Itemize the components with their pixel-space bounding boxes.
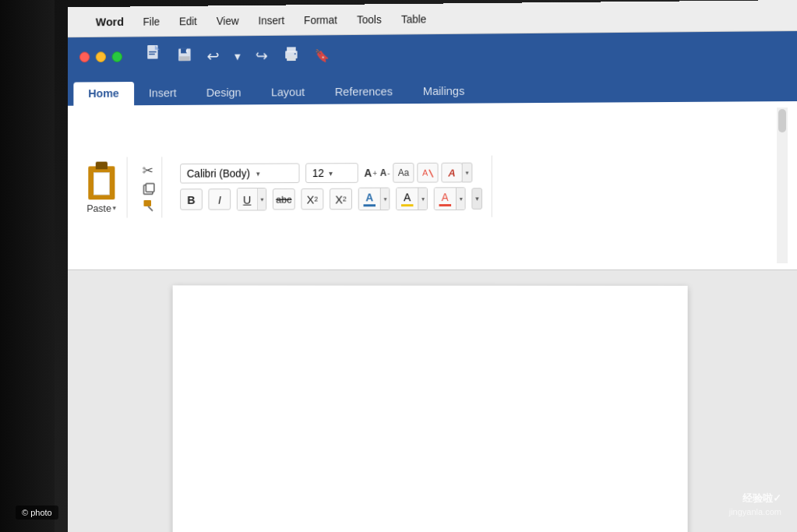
left-bezel — [0, 0, 55, 532]
text-underline-color-button[interactable]: A — [435, 188, 456, 210]
document-page[interactable] — [172, 285, 687, 532]
svg-rect-9 — [287, 47, 296, 52]
font-size-controls: A+ A- Aa A — [364, 163, 472, 183]
fullscreen-button[interactable] — [112, 51, 122, 62]
underline-button[interactable]: U — [238, 188, 257, 210]
new-document-icon[interactable] — [146, 45, 162, 68]
font-format-row: B I U ▾ abc X2 — [180, 187, 482, 210]
svg-rect-7 — [186, 49, 188, 52]
font-name-dropdown[interactable]: Calibri (Body) ▾ — [180, 163, 299, 183]
scrollbar-thumb — [778, 109, 786, 132]
highlight-color-button[interactable]: A — [397, 188, 418, 210]
paste-section: Paste ▾ — [76, 157, 127, 218]
clear-formatting-button[interactable]: A — [417, 163, 438, 183]
text-effects-dropdown[interactable]: ▾ — [462, 163, 473, 183]
menubar-edit[interactable]: Edit — [176, 13, 200, 29]
tab-insert[interactable]: Insert — [134, 81, 192, 105]
menubar-insert[interactable]: Insert — [256, 12, 287, 28]
paste-dropdown-icon[interactable]: ▾ — [113, 204, 117, 212]
svg-rect-5 — [181, 48, 187, 53]
tab-layout[interactable]: Layout — [256, 80, 320, 104]
font-scrollbar[interactable] — [777, 107, 788, 263]
font-color-dropdown[interactable]: ▾ — [380, 188, 390, 210]
svg-rect-6 — [179, 56, 189, 61]
menubar-tools[interactable]: Tools — [354, 12, 384, 27]
font-more-button[interactable]: ▾ — [471, 188, 482, 210]
watermark: 经验啦✓ jingyanla.com — [729, 491, 781, 516]
svg-rect-3 — [149, 54, 155, 55]
copy-icon — [143, 182, 156, 196]
tab-design[interactable]: Design — [192, 81, 256, 105]
font-section: Calibri (Body) ▾ 12 ▾ A+ A- — [171, 156, 492, 218]
scissors-icon: ✂ — [143, 162, 153, 179]
menubar-file[interactable]: File — [140, 13, 163, 29]
clipboard-tools: ✂ — [136, 157, 162, 217]
format-painter-icon — [143, 199, 156, 213]
ribbon-tabs: Home Insert Design Layout References Mai… — [68, 72, 797, 106]
menubar-word[interactable]: Word — [93, 13, 127, 30]
cut-button[interactable]: ✂ — [143, 162, 156, 179]
redo-icon[interactable]: ↪ — [256, 47, 268, 65]
menubar-table[interactable]: Table — [398, 11, 429, 26]
underline-group: U ▾ — [237, 188, 266, 210]
save-icon[interactable] — [177, 47, 192, 66]
font-size-arrow: ▾ — [329, 169, 333, 178]
font-color-button[interactable]: A — [359, 188, 380, 210]
subscript-button[interactable]: X2 — [301, 188, 323, 210]
tab-references[interactable]: References — [319, 80, 407, 104]
paste-button[interactable]: Paste ▾ — [86, 161, 118, 213]
strikethrough-button[interactable]: abc — [273, 188, 295, 210]
font-shrink-button[interactable]: A- — [380, 167, 390, 178]
watermark-text: 经验啦✓ — [742, 491, 781, 506]
print-icon[interactable] — [283, 45, 299, 66]
font-name-row: Calibri (Body) ▾ 12 ▾ A+ A- — [180, 163, 482, 184]
watermark-site: jingyanla.com — [729, 507, 781, 516]
svg-rect-14 — [143, 200, 151, 206]
copy-button[interactable] — [143, 182, 156, 196]
text-effects-button[interactable]: A — [441, 163, 462, 183]
text-underline-color-group: A ▾ — [434, 187, 466, 210]
svg-point-11 — [294, 53, 296, 55]
menubar-format[interactable]: Format — [301, 12, 340, 27]
photo-credit: © photo — [16, 506, 58, 520]
undo-arrow-icon[interactable]: ▾ — [235, 48, 241, 63]
svg-line-15 — [148, 206, 153, 211]
font-size-dropdown[interactable]: 12 ▾ — [305, 163, 358, 183]
bold-button[interactable]: B — [180, 188, 203, 210]
italic-button[interactable]: I — [208, 188, 231, 210]
change-case-button[interactable]: Aa — [393, 163, 414, 183]
font-dropdown-arrow: ▾ — [256, 169, 260, 178]
highlight-dropdown[interactable]: ▾ — [418, 188, 427, 210]
minimize-button[interactable] — [96, 51, 106, 62]
undo-icon[interactable]: ↩ — [207, 47, 220, 65]
close-button[interactable] — [79, 51, 90, 62]
superscript-button[interactable]: X2 — [330, 188, 352, 210]
ribbon-content: Paste ▾ ✂ — [68, 101, 797, 270]
svg-text:A: A — [422, 168, 428, 178]
document-area[interactable] — [68, 270, 797, 532]
bookmark-icon[interactable]: 🔖 — [315, 48, 330, 62]
traffic-lights — [79, 51, 122, 62]
word-window: Word File Edit View Insert Format Tools … — [68, 0, 797, 532]
svg-rect-2 — [149, 51, 157, 53]
clear-formatting-icon: A — [421, 167, 434, 179]
underline-dropdown[interactable]: ▾ — [257, 188, 266, 210]
tab-mailings[interactable]: Mailings — [407, 79, 479, 104]
screen-wrapper: Word File Edit View Insert Format Tools … — [0, 0, 797, 532]
svg-rect-13 — [146, 184, 153, 192]
tab-home[interactable]: Home — [73, 82, 133, 106]
ribbon-toolbar: ↩ ▾ ↪ 🔖 — [68, 31, 797, 77]
font-color-group: A ▾ — [358, 188, 390, 211]
font-grow-button[interactable]: A+ — [364, 167, 376, 179]
text-underline-dropdown[interactable]: ▾ — [456, 188, 465, 210]
paste-label: Paste — [86, 203, 111, 214]
svg-line-17 — [429, 170, 433, 178]
highlight-color-group: A ▾ — [396, 187, 428, 210]
menubar-view[interactable]: View — [213, 12, 242, 28]
format-painter-button[interactable] — [143, 199, 156, 213]
svg-rect-10 — [287, 56, 296, 61]
